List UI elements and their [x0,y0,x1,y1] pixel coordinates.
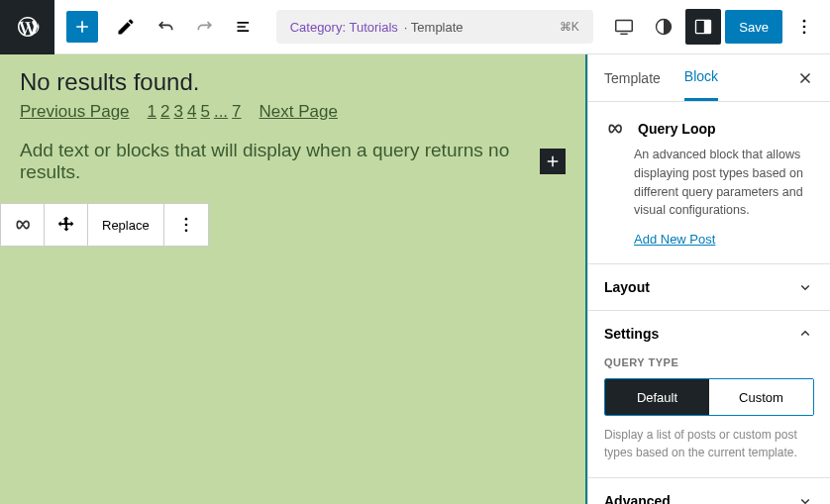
undo-icon[interactable] [148,9,183,45]
prev-page-link[interactable]: Previous Page [20,102,130,122]
block-more-options-icon[interactable] [164,204,208,246]
redo-icon[interactable] [187,9,223,45]
page-numbers: 1 2 3 4 5 ... 7 [148,102,242,122]
query-loop-icon[interactable] [1,204,45,246]
settings-sidebar: Template Block Query Loop An advanced bl… [587,54,830,504]
next-page-link[interactable]: Next Page [259,102,338,122]
svg-point-4 [803,20,806,23]
keyboard-shortcut: ⌘K [560,20,579,34]
advanced-panel-toggle[interactable]: Advanced [588,478,830,504]
contrast-icon[interactable] [646,9,681,45]
no-results-heading: No results found. [20,68,566,96]
layout-panel-toggle[interactable]: Layout [588,264,830,310]
device-preview-icon[interactable] [606,9,642,45]
list-view-icon[interactable] [227,9,262,45]
category-prefix: Category: [290,20,346,35]
svg-point-6 [803,32,806,35]
svg-point-7 [184,218,187,221]
tab-template[interactable]: Template [604,56,661,100]
chevron-up-icon [796,325,814,343]
block-description: An advanced block that allows displaying… [634,146,814,220]
move-handle-icon[interactable] [45,204,88,246]
category-name: Tutorials [349,20,397,35]
query-type-segmented: Default Custom [604,378,814,416]
document-title-pill[interactable]: Category: Tutorials · Template ⌘K [276,10,593,44]
save-button[interactable]: Save [725,10,782,44]
svg-point-9 [184,230,187,233]
svg-rect-0 [616,21,633,32]
replace-button[interactable]: Replace [88,204,164,246]
query-type-label: QUERY TYPE [604,356,814,368]
settings-panel-toggle[interactable]: Settings [588,311,830,356]
edit-icon[interactable] [108,9,144,45]
query-type-custom[interactable]: Custom [709,379,813,415]
svg-rect-3 [704,20,711,33]
template-label: Template [411,20,464,35]
svg-point-5 [803,26,806,29]
tab-block[interactable]: Block [684,54,718,101]
editor-canvas[interactable]: No results found. Previous Page 1 2 3 4 … [0,54,587,504]
query-type-default[interactable]: Default [605,379,709,415]
query-loop-icon [604,118,626,140]
svg-point-8 [184,224,187,227]
more-options-icon[interactable] [786,9,822,45]
add-block-button[interactable] [66,11,98,43]
no-results-placeholder[interactable]: Add text or blocks that will display whe… [20,140,532,183]
block-title: Query Loop [638,121,716,137]
close-icon[interactable] [796,69,814,87]
inline-add-block-button[interactable] [540,149,566,174]
wordpress-logo[interactable] [0,0,54,54]
block-toolbar: Replace [0,203,209,247]
chevron-down-icon [796,278,814,296]
add-new-post-link[interactable]: Add New Post [634,232,715,247]
query-type-hint: Display a list of posts or custom post t… [604,426,814,461]
chevron-down-icon [796,492,814,504]
sidebar-toggle-icon[interactable] [685,9,721,45]
